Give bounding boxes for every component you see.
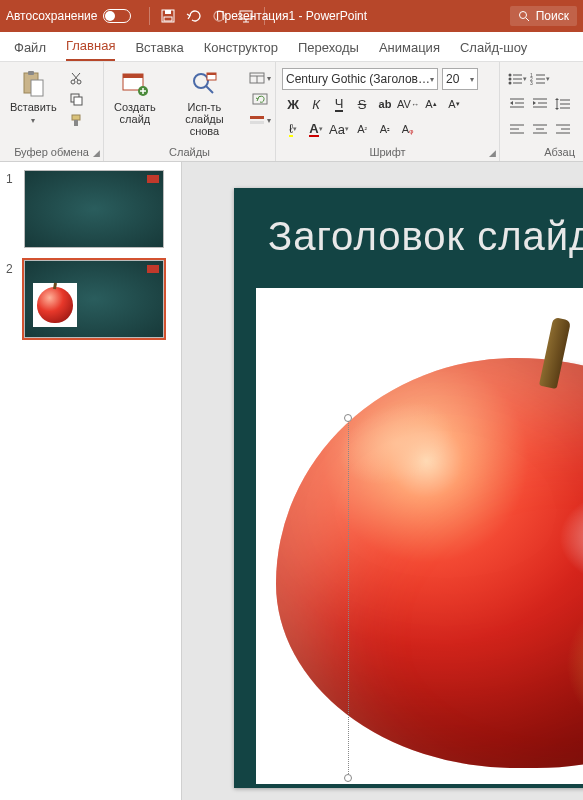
font-name-select[interactable]: Century Gothic (Заголовки) ▾ [282, 68, 438, 90]
svg-rect-17 [72, 115, 80, 120]
ribbon: Вставить ▾ Буфер обмена ◢ [0, 62, 583, 162]
strike-button[interactable]: S [351, 93, 373, 115]
svg-rect-9 [28, 71, 34, 75]
bullets-button[interactable]: ▾ [506, 68, 528, 90]
tab-design[interactable]: Конструктор [204, 40, 278, 61]
thumbnail-number: 2 [6, 260, 16, 338]
decrease-indent-button[interactable] [506, 93, 528, 115]
dialog-launcher-icon[interactable]: ◢ [93, 148, 100, 158]
reset-slide-icon[interactable] [249, 91, 271, 107]
increase-indent-button[interactable] [529, 93, 551, 115]
align-center-button[interactable] [529, 118, 551, 140]
copy-icon[interactable] [67, 91, 85, 107]
group-font: Century Gothic (Заголовки) ▾ 20 ▾ Ж К Ч … [276, 62, 500, 161]
align-left-button[interactable] [506, 118, 528, 140]
apple-illustration [266, 298, 583, 774]
font-size-value: 20 [446, 72, 459, 86]
slide-layout-icon[interactable]: ▾ [249, 70, 271, 86]
undo-icon[interactable] [186, 8, 202, 24]
subscript-button[interactable]: A₂ [374, 118, 396, 140]
svg-marker-52 [533, 101, 536, 105]
tab-home[interactable]: Главная [66, 38, 115, 61]
font-size-select[interactable]: 20 ▾ [442, 68, 478, 90]
group-paragraph: ▾ 123▾ Абзац [500, 62, 583, 161]
search-box[interactable]: Поиск [510, 6, 577, 26]
align-right-button[interactable] [552, 118, 574, 140]
tab-insert[interactable]: Вставка [135, 40, 183, 61]
tab-file[interactable]: Файл [14, 40, 46, 61]
svg-rect-10 [31, 80, 43, 96]
tab-animations[interactable]: Анимация [379, 40, 440, 61]
char-spacing-button[interactable]: AV↔ [397, 93, 419, 115]
autosave-label: Автосохранение [6, 9, 97, 23]
document-title: Презентация1 - PowerPoint [216, 9, 367, 23]
group-slides-label: Слайды [108, 144, 271, 161]
selection-handle[interactable] [344, 774, 352, 782]
svg-text:3: 3 [530, 80, 533, 86]
change-case-button[interactable]: Aa▾ [328, 118, 350, 140]
svg-rect-16 [74, 97, 82, 105]
paste-label: Вставить [10, 101, 57, 113]
tab-slideshow[interactable]: Слайд-шоу [460, 40, 527, 61]
toggle-switch-icon [103, 9, 131, 23]
bold-button[interactable]: Ж [282, 93, 304, 115]
svg-rect-1 [165, 10, 171, 14]
group-clipboard: Вставить ▾ Буфер обмена ◢ [0, 62, 104, 161]
format-painter-icon[interactable] [67, 112, 85, 128]
new-slide-button[interactable]: Создать слайд [108, 66, 162, 129]
section-icon[interactable]: ▾ [249, 112, 271, 128]
slide-image[interactable] [256, 288, 583, 784]
slide-editor[interactable]: Заголовок слайда [182, 162, 583, 800]
svg-point-34 [509, 74, 512, 77]
cut-icon[interactable] [67, 70, 85, 86]
thumbnail-row: 2 [6, 260, 175, 338]
titlebar: Автосохранение Презентация1 - PowerPoint… [0, 0, 583, 32]
superscript-button[interactable]: A² [351, 118, 373, 140]
group-paragraph-label: Абзац [504, 144, 579, 161]
autosave-toggle[interactable]: Автосохранение [6, 9, 131, 23]
selection-handle[interactable] [344, 414, 352, 422]
slide-thumbnail-2[interactable] [24, 260, 164, 338]
line-spacing-button[interactable] [552, 93, 574, 115]
workspace: 1 2 Заголовок слайда [0, 162, 583, 800]
svg-rect-20 [123, 74, 143, 78]
group-font-label: Шрифт [280, 144, 495, 161]
new-slide-label: Создать слайд [114, 101, 156, 125]
grow-font-button[interactable]: A▴ [420, 93, 442, 115]
chevron-down-icon: ▾ [430, 75, 434, 84]
highlight-button[interactable]: ℓ▾ [282, 118, 304, 140]
dialog-launcher-icon[interactable]: ◢ [489, 148, 496, 158]
text-shadow-button[interactable]: ab [374, 93, 396, 115]
shrink-font-button[interactable]: A▾ [443, 93, 465, 115]
slide-title-text[interactable]: Заголовок слайда [268, 214, 583, 259]
numbering-button[interactable]: 123▾ [529, 68, 551, 90]
svg-rect-32 [250, 116, 264, 119]
font-color-button[interactable]: A▾ [305, 118, 327, 140]
underline-button[interactable]: Ч [328, 93, 350, 115]
svg-line-7 [526, 18, 529, 21]
svg-point-12 [77, 80, 81, 84]
svg-rect-27 [207, 73, 216, 75]
clear-formatting-button[interactable]: Aᵩ [397, 118, 419, 140]
svg-rect-18 [74, 120, 78, 126]
selection-guide [348, 418, 349, 778]
paste-icon [19, 70, 47, 98]
svg-marker-58 [555, 98, 559, 100]
tab-transitions[interactable]: Переходы [298, 40, 359, 61]
paste-button[interactable]: Вставить ▾ [4, 66, 63, 129]
thumbnail-number: 1 [6, 170, 16, 248]
save-icon[interactable] [160, 8, 176, 24]
italic-button[interactable]: К [305, 93, 327, 115]
svg-marker-48 [510, 101, 513, 105]
svg-rect-33 [250, 121, 264, 124]
svg-point-38 [509, 82, 512, 85]
slide-thumbnail-1[interactable] [24, 170, 164, 248]
thumbnail-image [33, 283, 77, 327]
slide-marker-icon [147, 265, 159, 273]
svg-line-25 [206, 86, 213, 93]
reuse-slides-label: Исп-ть слайды снова [172, 101, 237, 137]
svg-point-6 [519, 12, 526, 19]
slide-canvas[interactable]: Заголовок слайда [234, 188, 583, 788]
search-icon [518, 10, 530, 22]
reuse-slides-button[interactable]: Исп-ть слайды снова [166, 66, 243, 141]
